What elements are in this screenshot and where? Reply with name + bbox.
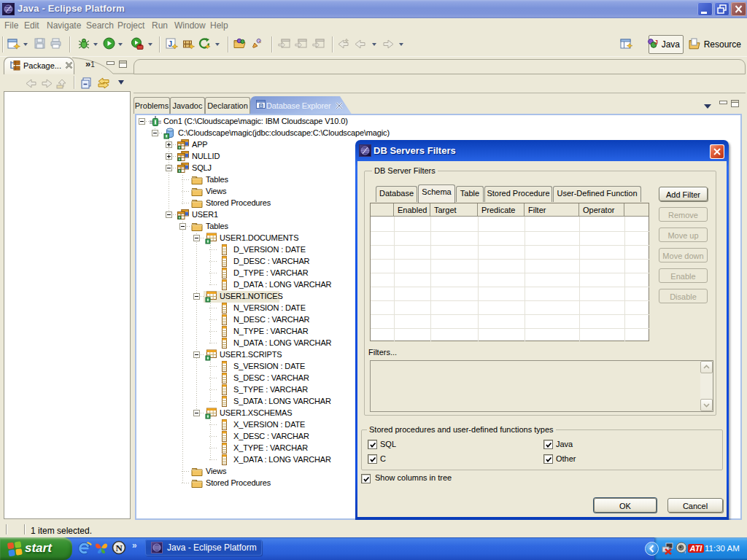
svg-text:J: J (654, 39, 658, 46)
svg-text:ATI: ATI (689, 544, 703, 553)
svg-text:N: N (116, 542, 123, 553)
